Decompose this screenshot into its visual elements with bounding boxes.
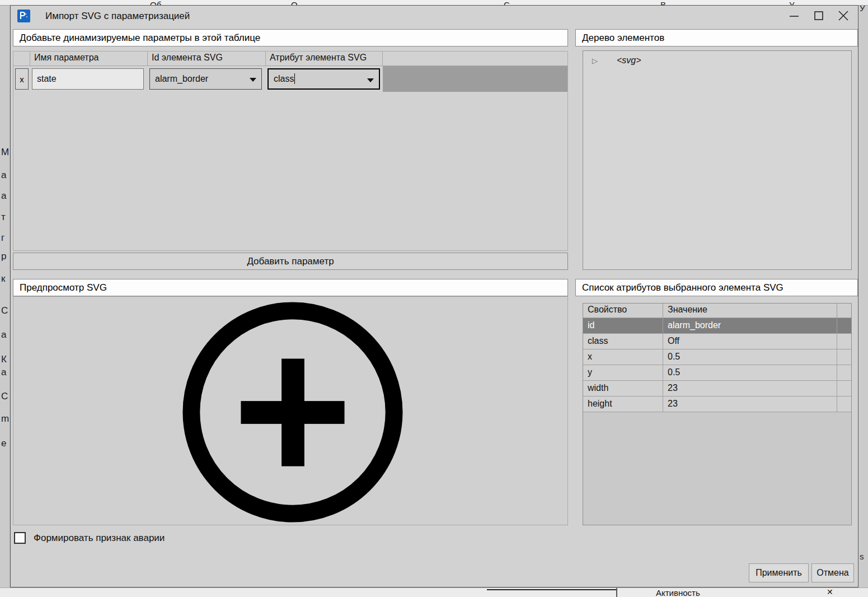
params-col-extra-header	[383, 52, 567, 66]
cancel-button[interactable]: Отмена	[811, 563, 854, 582]
svg-id-dropdown-value: alarm_border	[155, 74, 208, 83]
attributes-panel-header: Список атрибутов выбранного элемента SVG	[575, 279, 858, 296]
background-fragment: а	[1, 329, 6, 341]
element-tree: ▷ <svg>	[583, 50, 852, 270]
attr-property: y	[583, 365, 663, 381]
attr-extra	[837, 349, 851, 365]
background-fragment: е	[1, 438, 6, 449]
import-svg-dialog: Импорт SVG с параметризацией	[10, 5, 858, 587]
attr-property: x	[583, 349, 663, 365]
window-title: Импорт SVG с параметризацией	[45, 11, 190, 22]
table-row[interactable]: class Off	[583, 334, 851, 349]
params-panel-header: Добавьте динамизируемые параметры в этой…	[13, 29, 568, 46]
background-close-mark-icon: ✕	[827, 587, 833, 596]
param-delete-cell: x	[13, 68, 30, 90]
tree-item-label: <svg>	[617, 55, 641, 66]
preview-panel-header: Предпросмотр SVG	[13, 279, 568, 296]
background-window-right-strip: У s	[858, 6, 868, 587]
table-row[interactable]: width 23	[583, 381, 851, 397]
table-row[interactable]: height 23	[583, 397, 851, 412]
attr-extra	[837, 381, 851, 397]
chevron-down-icon	[250, 78, 256, 82]
params-col-svg-attr-header: Атрибут элемента SVG	[266, 52, 383, 66]
attr-extra	[837, 365, 851, 381]
apply-button[interactable]: Применить	[749, 563, 809, 582]
background-window-bottom-strip: Активность ✕	[0, 587, 868, 597]
background-fragment: К	[1, 354, 7, 365]
alarm-flag-checkbox[interactable]	[14, 532, 26, 544]
svg-attr-dropdown[interactable]: class	[268, 68, 380, 90]
table-row[interactable]: x 0.5	[583, 349, 851, 365]
attr-extra	[837, 397, 851, 412]
tree-expander-icon[interactable]: ▷	[592, 57, 617, 65]
maximize-button[interactable]	[809, 8, 829, 25]
attr-value: 23	[663, 381, 837, 397]
attributes-table: Свойство Значение id alarm_border class …	[583, 303, 852, 525]
background-activity-label: Активность	[656, 588, 700, 597]
screen: Об О С В У М а а т г р к С а К а С m е У…	[0, 0, 868, 597]
param-row-selection-cell[interactable]	[383, 66, 567, 92]
background-fragment: М	[1, 147, 9, 158]
attr-value: 0.5	[663, 349, 837, 365]
attr-value: 0.5	[663, 365, 837, 381]
params-col-name-header: Имя параметра	[30, 52, 148, 66]
background-fragment: а	[1, 170, 6, 181]
param-name-cell	[30, 68, 148, 90]
maximize-icon	[813, 10, 824, 23]
svg-preview-area	[13, 296, 568, 525]
params-table-header-row: Имя параметра Id элемента SVG Атрибут эл…	[13, 52, 567, 66]
minimize-button[interactable]	[784, 8, 804, 25]
delete-param-button[interactable]: x	[15, 68, 29, 90]
window-controls	[784, 8, 853, 25]
param-row: x alarm_border class	[13, 66, 567, 92]
attr-extra	[837, 334, 851, 349]
close-button[interactable]	[833, 8, 853, 25]
background-fragment: т	[1, 212, 6, 223]
close-icon	[837, 10, 850, 24]
alarm-flag-row: Формировать признак аварии	[14, 532, 165, 544]
params-table: Имя параметра Id элемента SVG Атрибут эл…	[13, 51, 568, 251]
background-fragment: к	[1, 273, 5, 284]
svg-preview-image	[13, 297, 567, 525]
attr-property: id	[583, 318, 663, 334]
param-svg-attr-cell: class	[266, 68, 383, 90]
attr-col-value-header: Значение	[663, 304, 837, 318]
minimize-icon	[789, 10, 800, 23]
attr-property: height	[583, 397, 663, 412]
background-fragment: р	[1, 251, 6, 262]
titlebar[interactable]: Импорт SVG с параметризацией	[11, 6, 858, 27]
chevron-down-icon	[367, 78, 374, 82]
background-fragment: С	[1, 391, 8, 402]
background-fragment: У	[860, 6, 865, 13]
attr-col-property-header: Свойство	[583, 304, 663, 318]
tree-item-svg[interactable]: ▷ <svg>	[592, 55, 641, 66]
attr-col-extra-header	[837, 304, 851, 318]
svg-attr-dropdown-value: class	[274, 74, 294, 83]
param-name-input[interactable]	[32, 68, 144, 90]
svg-id-dropdown[interactable]: alarm_border	[149, 68, 262, 90]
background-fragment: s	[860, 552, 864, 561]
text-caret	[294, 73, 295, 84]
params-col-svg-id-header: Id элемента SVG	[148, 52, 266, 66]
table-row[interactable]: y 0.5	[583, 365, 851, 381]
tree-panel-header: Дерево элементов	[575, 29, 858, 46]
attr-extra	[837, 318, 851, 334]
attr-property: class	[583, 334, 663, 349]
attr-value: Off	[663, 334, 837, 349]
table-row[interactable]: id alarm_border	[583, 318, 851, 334]
attr-property: width	[583, 381, 663, 397]
background-fragment: С	[1, 305, 8, 316]
attr-value: alarm_border	[663, 318, 837, 334]
attributes-header-row: Свойство Значение	[583, 304, 851, 318]
background-window-left-strip: М а а т г р к С а К а С m е	[0, 6, 10, 587]
params-col-delete-header	[13, 52, 30, 66]
background-fragment: m	[1, 413, 9, 425]
background-divider	[616, 588, 617, 597]
alarm-flag-label: Формировать признак аварии	[34, 533, 165, 544]
attr-value: 23	[663, 397, 837, 412]
background-fragment: а	[1, 367, 6, 378]
add-param-button[interactable]: Добавить параметр	[13, 253, 568, 270]
background-fragment: г	[1, 232, 4, 244]
background-fragment: а	[1, 190, 6, 202]
background-line	[487, 589, 617, 590]
